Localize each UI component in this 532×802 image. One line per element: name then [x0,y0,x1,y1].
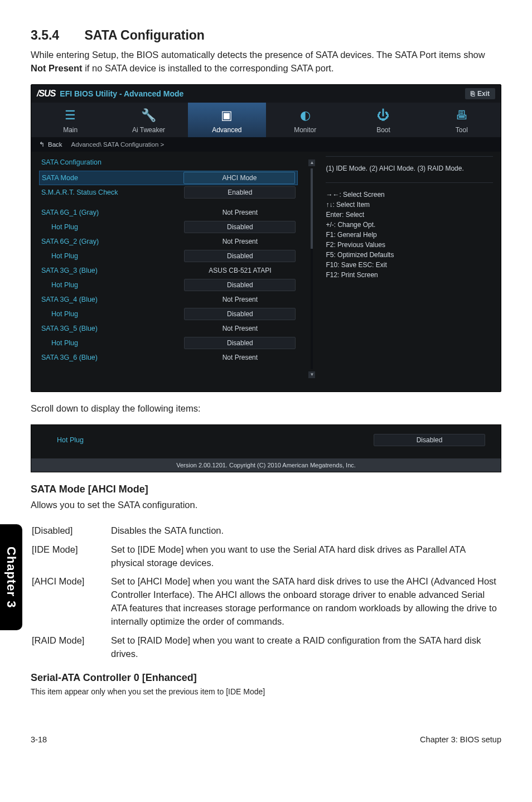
setting-row[interactable]: SATA 3G_3 (Blue)ASUS CB-521 ATAPI [39,263,298,278]
scroll-down-icon[interactable]: ▼ [308,371,315,378]
setting-label: Hot Plug [41,281,78,289]
power-icon: ⏻ [377,108,389,123]
scroll-note: Scroll down to display the following ite… [31,402,501,416]
setting-value[interactable]: Disabled [184,337,296,349]
setting-value: Not Present [184,209,296,216]
scroll-up-icon[interactable]: ▲ [308,160,315,166]
setting-value: Not Present [184,325,296,332]
scroll-thumb[interactable] [311,168,313,249]
option-desc: Set to [RAID Mode] when you want to crea… [111,632,500,663]
chip-icon: ▣ [221,108,233,123]
exit-label: Exit [477,90,490,98]
tab-monitor[interactable]: ◐Monitor [266,103,344,137]
scrollbar[interactable]: ▲ ▼ [308,156,316,381]
arrow-left-icon: ↰ [39,141,45,148]
chapter-tab: Chapter 3 [0,524,22,630]
settings-list: SATA Configuration SATA ModeAHCI ModeS.M… [39,156,298,381]
setting-label: Hot Plug [41,310,78,318]
setting-row[interactable]: Hot PlugDisabled [39,220,298,234]
setting-row[interactable]: SATA 6G_1 (Gray)Not Present [39,205,298,220]
exit-icon: ⎘ [471,90,475,98]
setting-label: Hot Plug [41,252,78,260]
breadcrumb-bar: ↰ Back Advanced\ SATA Configuration > [31,137,501,152]
sata-mode-desc: Allows you to set the SATA configuration… [31,499,501,512]
setting-label: SATA Mode [42,174,78,182]
snippet-row-label: Hot Plug [47,436,84,444]
option-row: [AHCI Mode]Set to [AHCI Mode] when you w… [32,573,500,631]
setting-label: SATA 6G_2 (Gray) [41,238,99,245]
setting-value[interactable]: Disabled [184,221,296,233]
setting-value[interactable]: Enabled [184,186,296,199]
tab-main[interactable]: ☰Main [31,103,109,137]
tab-tool[interactable]: 🖶Tool [423,103,501,137]
setting-value[interactable]: AHCI Mode [183,172,295,184]
help-keys: →←: Select Screen ↑↓: Select Item Enter:… [326,182,493,280]
setting-row[interactable]: SATA 3G_4 (Blue)Not Present [39,292,298,307]
section-title: SATA Configuration [84,28,204,42]
tool-icon: 🖶 [456,108,468,123]
setting-value: Not Present [184,238,296,245]
option-key: [RAID Mode] [32,632,110,663]
setting-label: Hot Plug [41,223,78,231]
scroll-track[interactable] [311,168,313,369]
serial-ata-desc: This item appear only when you set the p… [31,687,501,696]
tab-boot[interactable]: ⏻Boot [344,103,422,137]
option-key: [AHCI Mode] [32,573,110,631]
setting-row[interactable]: Hot PlugDisabled [39,278,298,292]
setting-label: SATA 3G_6 (Blue) [41,354,98,361]
settings-heading: SATA Configuration [39,156,298,171]
gauge-icon: ◐ [300,108,311,123]
setting-row[interactable]: Hot PlugDisabled [39,249,298,263]
setting-row[interactable]: S.M.A.R.T. Status CheckEnabled [39,185,298,200]
setting-row[interactable]: SATA 3G_5 (Blue)Not Present [39,321,298,336]
setting-row[interactable]: SATA 3G_6 (Blue)Not Present [39,350,298,365]
back-label: Back [48,141,62,148]
sata-mode-options: [Disabled]Disables the SATA function.[ID… [31,521,501,664]
option-key: [Disabled] [32,522,110,540]
bios-snippet: Hot Plug Disabled Version 2.00.1201. Cop… [31,424,501,472]
page-number: 3-18 [31,735,47,744]
breadcrumb-text: Advanced\ SATA Configuration > [71,141,165,148]
serial-ata-heading: Serial-ATA Controller 0 [Enhanced] [31,672,501,684]
setting-value: Not Present [184,296,296,303]
option-row: [Disabled]Disables the SATA function. [32,522,500,540]
list-icon: ☰ [65,108,76,123]
page-footer: 3-18 Chapter 3: BIOS setup [0,718,532,761]
setting-row[interactable]: Hot PlugDisabled [39,336,298,350]
setting-value: ASUS CB-521 ATAPI [184,267,296,274]
footer-chapter: Chapter 3: BIOS setup [420,735,501,744]
exit-button[interactable]: ⎘ Exit [465,88,495,99]
setting-row[interactable]: SATA ModeAHCI Mode [39,171,298,185]
sata-mode-heading: SATA Mode [AHCI Mode] [31,484,501,495]
section-number: 3.5.4 [31,28,81,43]
bios-tabs: ☰Main 🔧Ai Tweaker ▣Advanced ◐Monitor ⏻Bo… [31,103,501,137]
intro-paragraph: While entering Setup, the BIOS automatic… [31,49,501,75]
setting-row[interactable]: Hot PlugDisabled [39,307,298,321]
bios-window: /SUS EFI BIOS Utility - Advanced Mode ⎘ … [31,84,501,392]
setting-value[interactable]: Disabled [184,250,296,262]
option-row: [IDE Mode]Set to [IDE Mode] when you wan… [32,541,500,572]
setting-label: SATA 3G_5 (Blue) [41,325,98,332]
back-button[interactable]: ↰ Back [39,141,62,148]
bios-title: EFI BIOS Utility - Advanced Mode [60,89,183,98]
tab-ai-tweaker[interactable]: 🔧Ai Tweaker [109,103,187,137]
asus-logo: /SUS [37,89,55,99]
wrench-icon: 🔧 [141,108,156,123]
setting-label: SATA 6G_1 (Gray) [41,209,99,216]
setting-value[interactable]: Disabled [184,279,296,291]
option-desc: Set to [AHCI Mode] when you want the SAT… [111,573,500,631]
option-row: [RAID Mode]Set to [RAID Mode] when you w… [32,632,500,663]
bios-version: Version 2.00.1201. Copyright (C) 2010 Am… [31,458,501,472]
option-desc: Set to [IDE Mode] when you want to use t… [111,541,500,572]
setting-value: Not Present [184,354,296,361]
setting-label: Hot Plug [41,339,78,347]
setting-value[interactable]: Disabled [184,308,296,320]
setting-label: S.M.A.R.T. Status Check [41,189,118,196]
tab-advanced[interactable]: ▣Advanced [188,103,266,137]
setting-row[interactable]: SATA 6G_2 (Gray)Not Present [39,234,298,249]
snippet-row[interactable]: Hot Plug Disabled [45,433,487,447]
snippet-row-value[interactable]: Disabled [374,434,485,446]
section-heading: 3.5.4 SATA Configuration [31,28,501,43]
setting-label: SATA 3G_4 (Blue) [41,296,98,303]
option-desc: Disables the SATA function. [111,522,500,540]
